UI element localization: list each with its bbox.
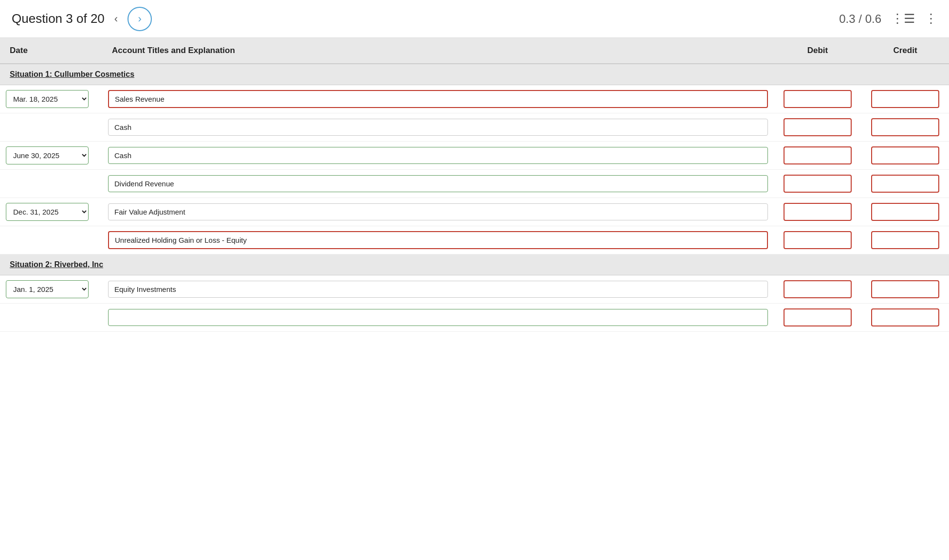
question-label: Question 3 of 20 (12, 11, 105, 26)
account-input-4[interactable] (108, 175, 768, 192)
debit-input-2[interactable] (784, 118, 852, 136)
table-row (0, 304, 949, 332)
table-row: Dec. 31, 2025 (0, 198, 949, 226)
date-select-1[interactable]: Mar. 18, 2025 (6, 90, 89, 108)
table-row (0, 170, 949, 198)
debit-input-7[interactable] (784, 280, 852, 298)
credit-input-1[interactable] (871, 90, 939, 108)
account-input-3[interactable] (108, 147, 768, 164)
col-debit: Debit (774, 38, 861, 64)
debit-cell-6[interactable] (774, 226, 861, 254)
table-row (0, 113, 949, 142)
debit-cell-1[interactable] (774, 85, 861, 113)
account-cell-4[interactable] (102, 170, 774, 198)
date-select-5[interactable]: Dec. 31, 2025 (6, 203, 89, 221)
date-cell-2 (0, 113, 102, 142)
credit-input-5[interactable] (871, 203, 939, 221)
score-display: 0.3 / 0.6 (839, 12, 881, 26)
col-credit: Credit (861, 38, 949, 64)
credit-cell-6[interactable] (861, 226, 949, 254)
situation2-label: Situation 2: Riverbed, Inc (10, 260, 103, 269)
situation2-header: Situation 2: Riverbed, Inc (0, 254, 949, 275)
table-row: June 30, 2025 (0, 142, 949, 170)
account-cell-8[interactable] (102, 304, 774, 332)
table-row: Jan. 1, 2025 (0, 275, 949, 304)
debit-input-8[interactable] (784, 308, 852, 326)
date-select-7[interactable]: Jan. 1, 2025 (6, 280, 89, 298)
more-options-icon[interactable]: ⋮ (925, 11, 937, 26)
credit-cell-1[interactable] (861, 85, 949, 113)
next-button[interactable]: › (128, 7, 152, 31)
account-cell-6[interactable] (102, 226, 774, 254)
date-cell-5[interactable]: Dec. 31, 2025 (0, 198, 102, 226)
situation1-header: Situation 1: Cullumber Cosmetics (0, 64, 949, 85)
prev-button[interactable]: ‹ (110, 11, 122, 27)
debit-input-6[interactable] (784, 231, 852, 249)
credit-input-2[interactable] (871, 118, 939, 136)
account-input-8[interactable] (108, 309, 768, 326)
debit-cell-5[interactable] (774, 198, 861, 226)
account-cell-5[interactable] (102, 198, 774, 226)
debit-cell-8[interactable] (774, 304, 861, 332)
list-icon[interactable]: ⋮☰ (891, 11, 915, 26)
date-cell-4 (0, 170, 102, 198)
credit-cell-5[interactable] (861, 198, 949, 226)
credit-input-6[interactable] (871, 231, 939, 249)
account-cell-1[interactable] (102, 85, 774, 113)
col-date: Date (0, 38, 102, 64)
header-left: Question 3 of 20 ‹ › (12, 7, 152, 31)
debit-cell-7[interactable] (774, 275, 861, 304)
debit-cell-2[interactable] (774, 113, 861, 142)
account-input-5[interactable] (108, 203, 768, 220)
situation1-label: Situation 1: Cullumber Cosmetics (10, 70, 134, 78)
page-header: Question 3 of 20 ‹ › 0.3 / 0.6 ⋮☰ ⋮ (0, 0, 949, 38)
col-account: Account Titles and Explanation (102, 38, 774, 64)
credit-input-3[interactable] (871, 146, 939, 164)
credit-cell-2[interactable] (861, 113, 949, 142)
credit-input-4[interactable] (871, 175, 939, 193)
header-right: 0.3 / 0.6 ⋮☰ ⋮ (839, 11, 937, 26)
debit-input-3[interactable] (784, 146, 852, 164)
debit-cell-4[interactable] (774, 170, 861, 198)
journal-table-wrapper: Date Account Titles and Explanation Debi… (0, 38, 949, 332)
account-cell-7[interactable] (102, 275, 774, 304)
date-cell-6 (0, 226, 102, 254)
credit-input-8[interactable] (871, 308, 939, 326)
account-input-2[interactable] (108, 119, 768, 136)
debit-input-1[interactable] (784, 90, 852, 108)
table-row: Mar. 18, 2025 (0, 85, 949, 113)
debit-input-5[interactable] (784, 203, 852, 221)
table-header-row: Date Account Titles and Explanation Debi… (0, 38, 949, 64)
credit-cell-4[interactable] (861, 170, 949, 198)
credit-cell-8[interactable] (861, 304, 949, 332)
credit-input-7[interactable] (871, 280, 939, 298)
credit-cell-7[interactable] (861, 275, 949, 304)
account-input-6[interactable] (108, 231, 768, 249)
date-cell-8 (0, 304, 102, 332)
table-row (0, 226, 949, 254)
debit-cell-3[interactable] (774, 142, 861, 170)
journal-table: Date Account Titles and Explanation Debi… (0, 38, 949, 332)
date-cell-3[interactable]: June 30, 2025 (0, 142, 102, 170)
account-input-1[interactable] (108, 90, 768, 108)
date-cell-1[interactable]: Mar. 18, 2025 (0, 85, 102, 113)
account-input-7[interactable] (108, 281, 768, 298)
debit-input-4[interactable] (784, 175, 852, 193)
account-cell-2[interactable] (102, 113, 774, 142)
date-cell-7[interactable]: Jan. 1, 2025 (0, 275, 102, 304)
credit-cell-3[interactable] (861, 142, 949, 170)
date-select-3[interactable]: June 30, 2025 (6, 146, 89, 164)
account-cell-3[interactable] (102, 142, 774, 170)
